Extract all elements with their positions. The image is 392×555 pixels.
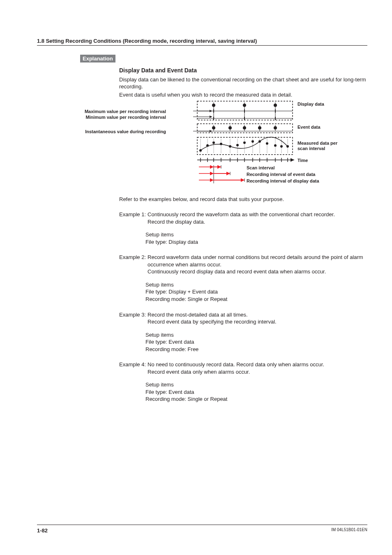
ex2-line2: Continuously record display data and rec…: [148, 268, 326, 275]
svg-point-37: [266, 142, 268, 145]
example-1: Example 1: Continuously record the wavef…: [119, 211, 367, 245]
ex3-recording-mode: Recording mode: Free: [145, 346, 367, 353]
example-2: Example 2: Record waveform data under no…: [119, 254, 367, 303]
ex3-label: Example 3:: [119, 311, 146, 326]
svg-point-25: [258, 126, 261, 130]
intro-para-2: Event data is useful when you wish to re…: [119, 91, 367, 99]
example-3: Example 3: Record the most-detailed data…: [119, 311, 367, 353]
svg-rect-27: [197, 137, 293, 155]
label-instantaneous: Instantaneous value during recording: [85, 129, 166, 135]
explanation-tag: Explanation: [80, 55, 115, 62]
svg-point-24: [243, 126, 246, 130]
label-recording-display: Recording interval of display data: [247, 178, 319, 184]
ex3-setup-items: Setup items: [145, 331, 367, 339]
ex1-file-type: File type: Display data: [145, 238, 367, 246]
ex2-file-type: File type: Display + Event data: [145, 288, 367, 296]
page-number: 1-82: [37, 527, 48, 534]
svg-point-6: [212, 104, 215, 107]
label-measured-data: Measured data per scan interval: [297, 141, 347, 151]
ex1-line2: Record the display data.: [148, 219, 205, 225]
ex2-line1: Record waveform data under normal condit…: [148, 254, 363, 268]
example-4: Example 4: No need to continuously recor…: [119, 361, 367, 403]
refer-text: Refer to the examples below, and record …: [119, 196, 367, 203]
ex4-file-type: File type: Event data: [145, 388, 367, 396]
document-page: 1.8 Setting Recording Conditions (Record…: [0, 0, 392, 555]
label-event-data: Event data: [297, 124, 321, 130]
page-header: 1.8 Setting Recording Conditions (Record…: [37, 37, 367, 46]
document-id: IM 04L51B01-01EN: [331, 527, 367, 534]
svg-point-8: [274, 104, 277, 107]
ex1-line1: Continuously record the waveform data as…: [148, 211, 335, 217]
ex4-label: Example 4:: [119, 361, 146, 375]
label-min-value: Minimum value per recording interval: [85, 114, 166, 120]
ex2-setup-items: Setup items: [145, 281, 367, 289]
label-max-value: Maximum value per recording interval: [85, 109, 166, 115]
ex3-line2: Record event data by specifying the reco…: [148, 319, 277, 325]
content-block: Display Data and Event Data Display data…: [119, 67, 367, 403]
label-time: Time: [297, 157, 308, 164]
ex4-setup-items: Setup items: [145, 381, 367, 388]
svg-point-22: [212, 126, 215, 130]
ex2-label: Example 2:: [119, 254, 146, 275]
ex1-setup-items: Setup items: [145, 231, 367, 238]
section-number-title: 1.8 Setting Recording Conditions (Record…: [37, 38, 257, 44]
ex4-recording-mode: Recording mode: Single or Repeat: [145, 395, 367, 403]
ex1-label: Example 1:: [119, 211, 146, 225]
intro-para-1: Display data can be likened to the conve…: [119, 76, 367, 90]
label-scan-interval: Scan interval: [247, 165, 274, 171]
ex4-line1: No need to continuously record data. Rec…: [148, 361, 324, 368]
svg-point-23: [228, 126, 232, 130]
svg-point-26: [274, 126, 277, 130]
ex2-recording-mode: Recording mode: Single or Repeat: [145, 296, 367, 303]
timing-diagram: Maximum value per recording interval Min…: [189, 100, 367, 187]
svg-point-7: [243, 104, 246, 107]
ex3-file-type: File type: Event data: [145, 338, 367, 346]
ex4-line2: Record event data only when alarms occur…: [148, 369, 250, 375]
label-recording-event: Recording interval of event data: [247, 171, 315, 178]
page-footer: 1-82 IM 04L51B01-01EN: [37, 525, 367, 534]
ex3-line1: Record the most-detailed data at all tim…: [148, 312, 248, 318]
label-display-data: Display data: [297, 101, 324, 107]
sub-heading: Display Data and Event Data: [119, 67, 367, 74]
